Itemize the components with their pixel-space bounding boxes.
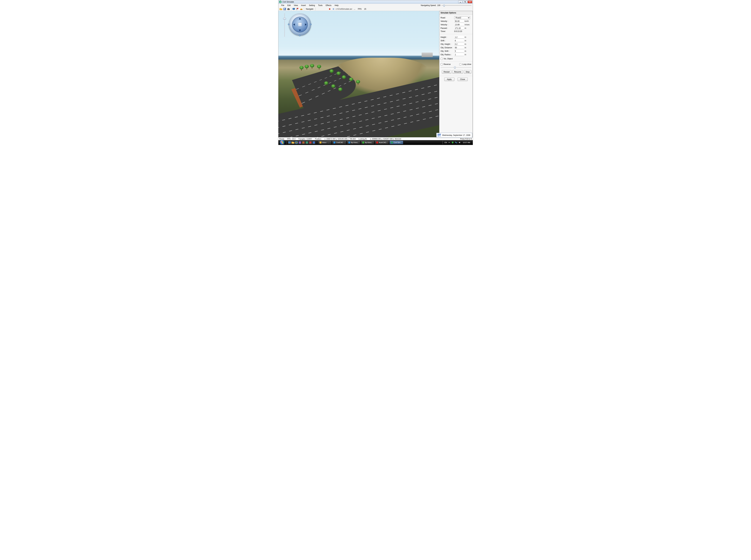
nav-right-icon[interactable] [304,23,307,26]
taskbar-task[interactable]: AutoCAD... [374,141,389,144]
svg-rect-36 [309,142,311,144]
3d-viewport[interactable] [278,11,439,137]
nav-up-icon[interactable] [298,17,302,21]
restart-button[interactable]: Restart [442,70,451,74]
ql-ie-icon[interactable] [295,141,298,144]
taskbar-task[interactable]: ftp://siva... [347,141,360,144]
camera-icon[interactable] [287,7,290,11]
close-panel-button[interactable]: Close [458,78,468,81]
main-area: Simulate Options Road: Road2 Velocity : … [278,11,473,137]
ql-app3-icon[interactable] [305,141,308,144]
svg-rect-5 [284,8,285,9]
tray-language[interactable]: EN [445,142,447,143]
task-label: AutoCAD... [379,142,388,143]
taskbar-task[interactable]: CivilCAD ... [332,141,346,144]
timer-value: 0:0:13.20 [454,30,462,33]
shift-label: Shift : [441,40,453,42]
nav-vertical-slider[interactable] [283,13,286,37]
screen-icon[interactable] [292,7,295,11]
taskbar-task[interactable]: Inbox - ... [318,141,331,144]
svg-rect-19 [438,134,441,135]
velocity-ms-input[interactable] [454,23,464,26]
mode-label[interactable]: Navigate [305,8,314,10]
menu-file[interactable]: File [280,4,286,7]
navspeed-slider[interactable] [442,5,471,6]
ql-desktop-icon[interactable] [288,141,291,144]
height-input[interactable] [454,36,464,39]
nav-center-button[interactable] [298,23,302,26]
navspeed-value: 100 [437,4,440,6]
obj-radius-input[interactable] [454,53,464,56]
height-unit: m [465,36,470,38]
road-select[interactable]: Road2 [454,16,470,19]
save-icon[interactable] [283,7,286,11]
svg-rect-23 [440,135,440,135]
nav-dot-left[interactable] [288,24,289,25]
apply-button[interactable]: Apply [444,78,454,81]
nav-dot-right[interactable] [310,24,312,25]
stop-button[interactable]: Stop [464,70,471,74]
obj-shift-unit: m [465,50,470,52]
menu-insert[interactable]: Insert [300,4,307,7]
menu-effects[interactable]: Effects [324,4,333,7]
navigating-speed: Navigating Speed: 100 [421,4,471,6]
menu-bar: File Edit View Insert Setting Tools Effe… [278,4,473,7]
reverse-checkbox[interactable] [441,63,443,65]
tray-network-icon[interactable] [455,141,458,144]
open-icon[interactable] [279,7,283,11]
ql-app2-icon[interactable] [302,141,305,144]
menu-help[interactable]: Help [333,4,340,7]
speed-slider[interactable] [441,66,471,68]
speed-slider-thumb[interactable] [454,66,456,68]
pause-icon[interactable] [332,7,335,11]
obj-distance-input[interactable] [454,46,464,49]
svg-rect-44 [455,142,456,142]
obj-shift-input[interactable] [454,50,464,53]
nav-disc[interactable] [289,14,311,36]
menu-tools[interactable]: Tools [317,4,324,7]
shift-unit: m [465,40,470,42]
nav-slider-thumb[interactable] [283,18,286,19]
task-label: ftp://siva... [351,142,359,143]
calendar-icon [438,134,441,137]
taskbar-task[interactable]: Civil Sim... [389,141,403,144]
nav-left-icon[interactable] [293,23,296,26]
loop-checkbox[interactable] [459,63,461,65]
tray-shield-icon[interactable] [451,141,454,144]
flag-icon[interactable] [296,7,299,11]
record-icon[interactable] [328,7,331,11]
svg-rect-26 [439,135,440,136]
shift-input[interactable] [454,39,464,42]
navspeed-thumb[interactable] [444,4,445,7]
nav-down-icon[interactable] [298,28,302,32]
car-icon[interactable] [300,7,303,11]
ql-app1-icon[interactable] [298,141,302,144]
taskbar-task[interactable]: ftp://siva... [361,141,374,144]
tray-chevron-icon[interactable] [448,141,450,144]
ql-app4-icon[interactable] [309,141,312,144]
ql-explorer-icon[interactable] [291,141,295,144]
tray-clock[interactable]: 10:07 AM [462,142,471,143]
task-app-icon [348,141,350,144]
menu-view[interactable]: View [292,4,300,7]
svg-rect-41 [362,142,364,143]
nav-dot-bottom[interactable] [299,35,301,36]
tray-volume-icon[interactable] [458,141,461,144]
close-button[interactable] [468,1,472,3]
maximize-button[interactable] [463,1,467,3]
menu-setting[interactable]: Setting [307,4,317,7]
obj-height-input[interactable] [454,43,464,46]
task-label: Inbox - ... [322,142,329,143]
status-triangles: Triangles: 110897 [298,138,312,140]
ql-app5-icon[interactable] [312,141,316,144]
menu-edit[interactable]: Edit [286,4,292,7]
vis-object-checkbox[interactable] [441,58,443,60]
velocity-kmh-input[interactable] [454,20,464,23]
resume-button[interactable]: Resume [452,70,463,74]
passed-input[interactable] [454,27,464,29]
minimize-button[interactable] [458,1,463,3]
path-ellipsis[interactable]: ... [353,8,356,10]
start-button[interactable] [279,140,285,145]
task-app-icon [333,141,336,144]
app-window: Civil Simulate File Edit View Insert Set… [278,0,473,145]
